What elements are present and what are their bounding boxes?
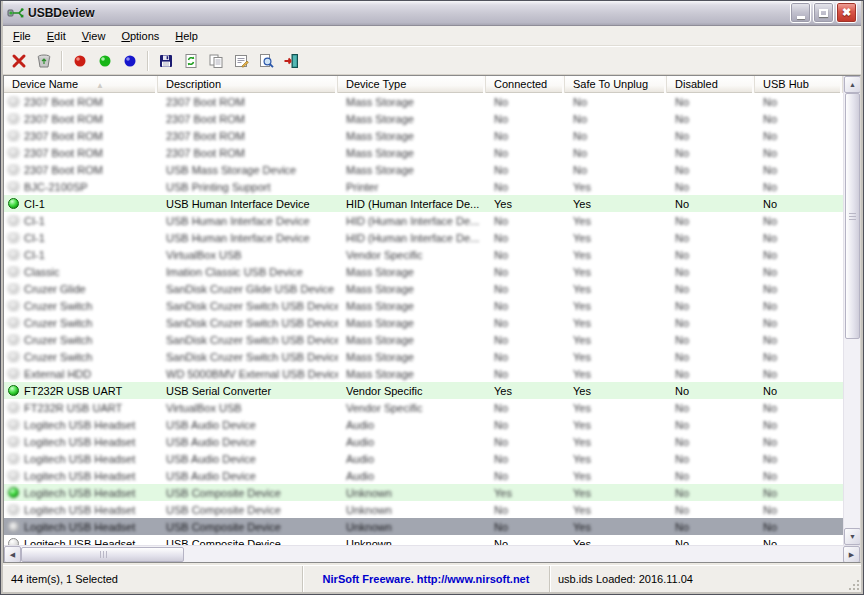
close-button[interactable]: ✖ bbox=[836, 2, 857, 23]
table-row[interactable]: BJC-2100SP USB Printing Support Printer … bbox=[4, 178, 843, 195]
table-row[interactable]: 2307 Boot ROM 2307 Boot ROM Mass Storage… bbox=[4, 144, 843, 161]
vertical-scrollbar[interactable]: ▲ ▼ bbox=[843, 76, 860, 545]
description-cell: SanDisk Cruzer Switch USB Device bbox=[158, 317, 338, 329]
table-row[interactable]: CI-1 USB Human Interface Device HID (Hum… bbox=[4, 229, 843, 246]
maximize-button[interactable] bbox=[813, 2, 834, 23]
table-row[interactable]: External HDD WD 5000BMV External USB Dev… bbox=[4, 365, 843, 382]
refresh-button[interactable] bbox=[179, 49, 203, 73]
menu-options[interactable]: Options bbox=[113, 27, 167, 45]
vertical-scroll-thumb[interactable] bbox=[845, 93, 860, 339]
blue-ball-button[interactable] bbox=[118, 49, 142, 73]
table-row[interactable]: Logitech USB Headset USB Audio Device Au… bbox=[4, 416, 843, 433]
minimize-button[interactable] bbox=[790, 2, 811, 23]
table-row[interactable]: CI-1 USB Human Interface Device HID (Hum… bbox=[4, 212, 843, 229]
disabled-cell: No bbox=[667, 283, 755, 295]
menu-view[interactable]: View bbox=[74, 27, 114, 45]
device-status-icon bbox=[8, 351, 19, 362]
green-ball-button[interactable] bbox=[93, 49, 117, 73]
horizontal-scrollbar[interactable]: ◀ ▶ bbox=[4, 545, 860, 562]
find-button[interactable] bbox=[254, 49, 278, 73]
properties-button[interactable] bbox=[229, 49, 253, 73]
safe-to-unplug-cell: No bbox=[565, 164, 667, 176]
device-status-icon bbox=[8, 266, 19, 277]
table-row[interactable]: Logitech USB Headset USB Composite Devic… bbox=[4, 535, 843, 545]
statusbar: 44 item(s), 1 Selected NirSoft Freeware.… bbox=[3, 565, 861, 592]
safe-to-unplug-cell: Yes bbox=[565, 385, 667, 397]
device-rows: 2307 Boot ROM 2307 Boot ROM Mass Storage… bbox=[4, 93, 843, 545]
safe-to-unplug-cell: Yes bbox=[565, 368, 667, 380]
table-row[interactable]: Cruzer Switch SanDisk Cruzer Switch USB … bbox=[4, 348, 843, 365]
copy-button[interactable] bbox=[204, 49, 228, 73]
menu-file[interactable]: File bbox=[5, 27, 39, 45]
device-status-icon bbox=[8, 334, 19, 345]
exit-button[interactable] bbox=[279, 49, 303, 73]
table-row[interactable]: 2307 Boot ROM USB Mass Storage Device Ma… bbox=[4, 161, 843, 178]
save-button[interactable] bbox=[154, 49, 178, 73]
usb-hub-cell: No bbox=[755, 351, 843, 363]
table-row[interactable]: Logitech USB Headset USB Audio Device Au… bbox=[4, 450, 843, 467]
device-type-cell: Printer bbox=[338, 181, 486, 193]
device-status-icon bbox=[8, 283, 19, 294]
column-header[interactable]: Description bbox=[158, 76, 338, 93]
table-row[interactable]: CI-1 VirtualBox USB Vendor Specific No Y… bbox=[4, 246, 843, 263]
disabled-cell: No bbox=[667, 470, 755, 482]
safe-to-unplug-cell: Yes bbox=[565, 453, 667, 465]
table-row[interactable]: CI-1 USB Human Interface Device HID (Hum… bbox=[4, 195, 843, 212]
column-header[interactable]: Safe To Unplug bbox=[565, 76, 667, 93]
table-row[interactable]: FT232R USB UART USB Serial Converter Ven… bbox=[4, 382, 843, 399]
safe-to-unplug-cell: Yes bbox=[565, 334, 667, 346]
status-freeware-link[interactable]: NirSoft Freeware. http://www.nirsoft.net bbox=[303, 566, 550, 592]
table-row[interactable]: Cruzer Switch SanDisk Cruzer Switch USB … bbox=[4, 314, 843, 331]
table-row[interactable]: Logitech USB Headset USB Composite Devic… bbox=[4, 518, 843, 535]
menu-help[interactable]: Help bbox=[167, 27, 206, 45]
resize-grip[interactable] bbox=[847, 578, 860, 591]
description-cell: WD 5000BMV External USB Device bbox=[158, 368, 338, 380]
usb-hub-cell: No bbox=[755, 402, 843, 414]
table-row[interactable]: FT232R USB UART VirtualBox USB Vendor Sp… bbox=[4, 399, 843, 416]
connected-cell: No bbox=[486, 334, 565, 346]
description-cell: 2307 Boot ROM bbox=[158, 96, 338, 108]
table-row[interactable]: Cruzer Switch SanDisk Cruzer Switch USB … bbox=[4, 331, 843, 348]
safe-to-unplug-cell: Yes bbox=[565, 317, 667, 329]
table-row[interactable]: 2307 Boot ROM 2307 Boot ROM Mass Storage… bbox=[4, 110, 843, 127]
red-ball-button[interactable] bbox=[68, 49, 92, 73]
column-header[interactable]: Connected bbox=[486, 76, 565, 93]
device-type-cell: Mass Storage bbox=[338, 334, 486, 346]
usb-hub-cell: No bbox=[755, 368, 843, 380]
table-row[interactable]: Logitech USB Headset USB Composite Devic… bbox=[4, 484, 843, 501]
device-name-cell: Cruzer Switch bbox=[24, 317, 92, 329]
table-row[interactable]: Logitech USB Headset USB Composite Devic… bbox=[4, 501, 843, 518]
table-row[interactable]: Classic Imation Classic USB Device Mass … bbox=[4, 263, 843, 280]
connected-cell: No bbox=[486, 283, 565, 295]
scroll-up-icon[interactable]: ▲ bbox=[844, 76, 861, 93]
scroll-right-icon[interactable]: ▶ bbox=[843, 546, 860, 563]
column-header[interactable]: Device Name▲ bbox=[4, 76, 158, 93]
usb-hub-cell: No bbox=[755, 198, 843, 210]
table-row[interactable]: Logitech USB Headset USB Audio Device Au… bbox=[4, 467, 843, 484]
table-row[interactable]: Cruzer Switch SanDisk Cruzer Switch USB … bbox=[4, 297, 843, 314]
connected-cell: No bbox=[486, 300, 565, 312]
connected-cell: No bbox=[486, 368, 565, 380]
window-title: USBDeview bbox=[28, 6, 790, 20]
table-row[interactable]: Cruzer Glide SanDisk Cruzer Glide USB De… bbox=[4, 280, 843, 297]
column-header[interactable]: Disabled bbox=[667, 76, 755, 93]
table-row[interactable]: 2307 Boot ROM 2307 Boot ROM Mass Storage… bbox=[4, 127, 843, 144]
column-header[interactable]: USB Hub bbox=[755, 76, 843, 93]
usb-hub-cell: No bbox=[755, 317, 843, 329]
table-row[interactable]: 2307 Boot ROM 2307 Boot ROM Mass Storage… bbox=[4, 93, 843, 110]
disabled-cell: No bbox=[667, 504, 755, 516]
device-type-cell: Mass Storage bbox=[338, 130, 486, 142]
column-header[interactable]: Device Type bbox=[338, 76, 486, 93]
safe-to-unplug-cell: Yes bbox=[565, 487, 667, 499]
table-row[interactable]: Logitech USB Headset USB Audio Device Au… bbox=[4, 433, 843, 450]
uninstall-device-button[interactable] bbox=[7, 49, 31, 73]
connected-cell: No bbox=[486, 402, 565, 414]
scroll-left-icon[interactable]: ◀ bbox=[4, 546, 21, 563]
device-name-cell: Cruzer Switch bbox=[24, 300, 92, 312]
menu-edit[interactable]: Edit bbox=[39, 27, 74, 45]
scroll-down-icon[interactable]: ▼ bbox=[844, 528, 861, 545]
horizontal-scroll-thumb[interactable] bbox=[21, 547, 184, 562]
disabled-cell: No bbox=[667, 147, 755, 159]
remove-selected-button[interactable] bbox=[32, 49, 56, 73]
titlebar[interactable]: USBDeview ✖ bbox=[3, 0, 861, 26]
